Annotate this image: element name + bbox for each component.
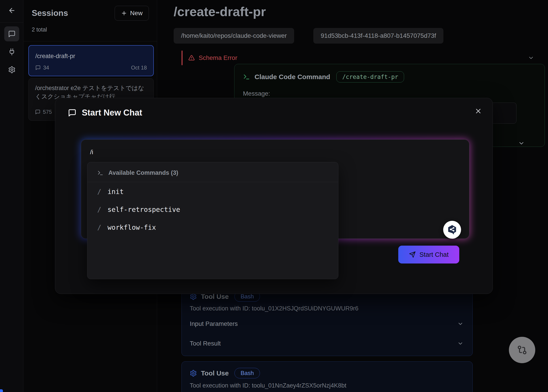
gear-icon	[190, 293, 197, 300]
back-button[interactable]	[7, 6, 16, 15]
nav-mcp-button[interactable]	[4, 44, 19, 59]
session-title: /create-draft-pr	[35, 53, 75, 60]
session-message-count: 575	[43, 109, 52, 115]
tool-use-card: Tool Use Bash Tool execution with ID: to…	[182, 361, 473, 392]
input-parameters-toggle[interactable]: Input Parameters	[190, 320, 464, 327]
command-name: init	[107, 188, 124, 196]
chevron-down-icon	[457, 340, 464, 347]
dropdown-divider	[87, 182, 338, 182]
page-title: /create-draft-pr	[174, 4, 266, 19]
chevron-down-icon[interactable]	[528, 55, 534, 61]
command-option-init[interactable]: / init	[97, 188, 124, 196]
command-prefix: /	[97, 188, 101, 196]
available-commands-header: Available Commands (3)	[108, 169, 178, 176]
message-square-icon	[8, 30, 16, 38]
command-name: self-retrospective	[107, 206, 180, 213]
command-name: workflow-fix	[107, 224, 156, 231]
schema-error-label: Schema Error	[199, 54, 237, 62]
sidebar-divider	[24, 41, 157, 41]
command-badge: /create-draft-pr	[336, 71, 404, 83]
command-prefix: /	[97, 224, 101, 231]
terminal-icon	[97, 170, 104, 176]
icon-rail	[0, 0, 23, 392]
close-button[interactable]	[473, 106, 483, 116]
message-count-icon	[35, 109, 41, 115]
plug-icon	[8, 48, 16, 56]
session-item-create-draft-pr[interactable]: /create-draft-pr 34 Oct 18	[28, 45, 154, 76]
send-icon	[409, 251, 416, 258]
modal-title: Start New Chat	[82, 108, 142, 118]
share-logo-icon	[447, 224, 457, 235]
command-option-workflow-fix[interactable]: / workflow-fix	[97, 224, 156, 231]
message-label: Message:	[243, 90, 270, 97]
start-new-chat-modal: Start New Chat /i	[55, 98, 493, 294]
gear-icon	[190, 370, 197, 377]
chevron-down-icon	[457, 321, 464, 327]
tool-execution-id: Tool execution with ID: toolu_01NnZaey4r…	[190, 382, 346, 389]
session-date: Oct 18	[131, 65, 147, 71]
warning-triangle-icon	[188, 55, 195, 61]
session-id-chip: 91d53bcb-413f-4118-a807-b1457075d73f	[313, 28, 443, 44]
schema-error-accent-bar	[182, 50, 183, 65]
chevron-down-icon[interactable]	[518, 140, 525, 147]
rail-divider	[0, 22, 23, 23]
input-parameters-label: Input Parameters	[190, 320, 238, 327]
new-session-button[interactable]: New	[115, 6, 149, 21]
arrow-left-icon	[8, 7, 16, 14]
tool-execution-id: Tool execution with ID: toolu_01X2HSJQrd…	[190, 305, 358, 312]
close-icon	[474, 107, 482, 115]
tool-result-label: Tool Result	[190, 340, 221, 347]
gear-icon	[8, 66, 16, 74]
available-commands-dropdown: Available Commands (3) / init / self-ret…	[87, 162, 338, 279]
session-meta: 34 Oct 18	[35, 65, 147, 71]
tool-badge: Bash	[234, 368, 260, 378]
terminal-icon	[243, 73, 250, 80]
command-option-self-retrospective[interactable]: / self-retrospective	[97, 206, 180, 213]
schema-error-row[interactable]: Schema Error	[182, 50, 545, 66]
dev-indicator-badge[interactable]	[0, 389, 3, 392]
start-chat-button[interactable]: Start Chat	[398, 246, 459, 264]
start-chat-label: Start Chat	[420, 251, 449, 258]
tool-result-toggle[interactable]: Tool Result	[190, 340, 464, 347]
tool-use-card: Tool Use Bash Tool execution with ID: to…	[182, 291, 473, 356]
git-widget-button[interactable]	[509, 337, 535, 363]
git-compare-icon	[517, 345, 527, 355]
message-count-icon	[35, 65, 41, 70]
project-path-chip: /home/kaito/repos/claude-code-viewer	[174, 28, 294, 44]
nav-sessions-button[interactable]	[4, 26, 19, 41]
sessions-total: 2 total	[32, 26, 47, 33]
nav-settings-button[interactable]	[4, 62, 19, 77]
command-card-title: Claude Code Command	[254, 73, 330, 81]
command-prefix: /	[97, 206, 101, 213]
sessions-title: Sessions	[32, 8, 68, 18]
plus-icon	[121, 10, 127, 16]
tool-use-title: Tool Use	[201, 369, 229, 377]
message-square-icon	[68, 109, 77, 117]
share-widget-button[interactable]	[443, 221, 461, 239]
new-session-label: New	[130, 10, 143, 17]
chat-input-value: /i	[90, 149, 93, 156]
session-message-count: 34	[43, 65, 49, 71]
